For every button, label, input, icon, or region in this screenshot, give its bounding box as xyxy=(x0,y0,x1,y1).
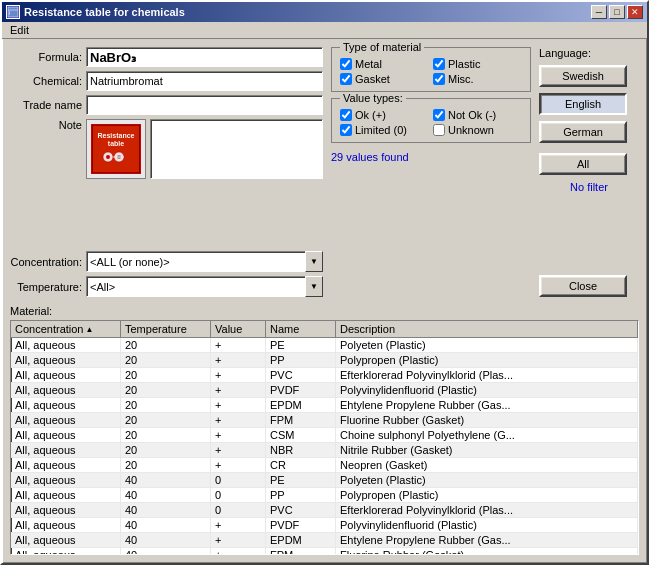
ok-checkbox-item: Ok (+) xyxy=(340,109,429,121)
table-row[interactable]: All, aqueous 40 0 PVC Efterklorerad Poly… xyxy=(11,503,638,518)
cell-value: + xyxy=(211,458,266,472)
cell-value: + xyxy=(211,338,266,352)
cell-temp: 40 xyxy=(121,548,211,554)
cell-desc: Polyeten (Plastic) xyxy=(336,473,638,487)
cell-desc: Ehtylene Propylene Rubber (Gas... xyxy=(336,533,638,547)
logo: Resistance table xyxy=(91,124,141,174)
table-row[interactable]: All, aqueous 40 0 PE Polyeten (Plastic) xyxy=(11,473,638,488)
gasket-checkbox[interactable] xyxy=(340,73,352,85)
cell-value: + xyxy=(211,428,266,442)
misc-label: Misc. xyxy=(448,73,474,85)
all-button[interactable]: All xyxy=(539,153,627,175)
cell-name: FPM xyxy=(266,413,336,427)
logo-box: Resistance table xyxy=(86,119,146,179)
col-temperature[interactable]: Temperature xyxy=(121,321,211,337)
menu-bar: Edit xyxy=(2,22,647,39)
cell-temp: 20 xyxy=(121,443,211,457)
english-button[interactable]: English xyxy=(539,93,627,115)
concentration-dropdown[interactable]: <ALL (or none)> xyxy=(86,251,323,272)
table-row[interactable]: All, aqueous 20 + NBR Nitrile Rubber (Ga… xyxy=(11,443,638,458)
no-filter-label: No filter xyxy=(539,181,639,193)
cell-temp: 40 xyxy=(121,488,211,502)
cell-desc: Efterklorerad Polyvinylklorid (Plas... xyxy=(336,368,638,382)
window-close-button[interactable]: ✕ xyxy=(627,5,643,19)
cell-conc: All, aqueous xyxy=(11,518,121,532)
cell-name: CR xyxy=(266,458,336,472)
note-textarea[interactable] xyxy=(150,119,323,179)
table-row[interactable]: All, aqueous 20 + FPM Fluorine Rubber (G… xyxy=(11,413,638,428)
concentration-row: Concentration: <ALL (or none)> ▼ xyxy=(10,251,323,272)
sort-arrow-concentration: ▲ xyxy=(86,325,94,334)
language-label: Language: xyxy=(539,47,639,59)
col-name[interactable]: Name xyxy=(266,321,336,337)
chemical-input[interactable] xyxy=(86,71,323,91)
cell-conc: All, aqueous xyxy=(11,428,121,442)
cell-value: + xyxy=(211,548,266,554)
close-button[interactable]: Close xyxy=(539,275,627,297)
cell-temp: 20 xyxy=(121,413,211,427)
cell-value: 0 xyxy=(211,488,266,502)
table-header: Concentration ▲ Temperature Value Name D… xyxy=(11,321,638,338)
table-row[interactable]: All, aqueous 40 + FPM Fluorine Rubber (G… xyxy=(11,548,638,554)
misc-checkbox-item: Misc. xyxy=(433,73,522,85)
misc-checkbox[interactable] xyxy=(433,73,445,85)
german-button[interactable]: German xyxy=(539,121,627,143)
temperature-label: Temperature: xyxy=(10,281,82,293)
cell-temp: 40 xyxy=(121,503,211,517)
table-row[interactable]: All, aqueous 40 0 PP Polypropen (Plastic… xyxy=(11,488,638,503)
cell-value: + xyxy=(211,533,266,547)
cell-desc: Polyvinylidenfluorid (Plastic) xyxy=(336,518,638,532)
cell-conc: All, aqueous xyxy=(11,548,121,554)
table-row[interactable]: All, aqueous 20 + EPDM Ehtylene Propylen… xyxy=(11,398,638,413)
table-row[interactable]: All, aqueous 20 + CR Neopren (Gasket) xyxy=(11,458,638,473)
table-row[interactable]: All, aqueous 20 + PE Polyeten (Plastic) xyxy=(11,338,638,353)
cell-name: PE xyxy=(266,338,336,352)
metal-checkbox[interactable] xyxy=(340,58,352,70)
cell-conc: All, aqueous xyxy=(11,353,121,367)
notok-checkbox[interactable] xyxy=(433,109,445,121)
unknown-checkbox-item: Unknown xyxy=(433,124,522,136)
col-concentration[interactable]: Concentration ▲ xyxy=(11,321,121,337)
menu-edit[interactable]: Edit xyxy=(6,23,33,37)
formula-input[interactable] xyxy=(86,47,323,67)
trade-name-input[interactable] xyxy=(86,95,323,115)
trade-name-row: Trade name xyxy=(10,95,323,115)
cell-conc: All, aqueous xyxy=(11,413,121,427)
cell-name: PVDF xyxy=(266,518,336,532)
type-of-material-title: Type of material xyxy=(340,41,424,53)
ok-checkbox[interactable] xyxy=(340,109,352,121)
gasket-checkbox-item: Gasket xyxy=(340,73,429,85)
cell-name: PE xyxy=(266,473,336,487)
cell-desc: Polyeten (Plastic) xyxy=(336,338,638,352)
limited-checkbox[interactable] xyxy=(340,124,352,136)
cell-conc: All, aqueous xyxy=(11,338,121,352)
window-controls: ─ □ ✕ xyxy=(591,5,643,19)
cell-name: PP xyxy=(266,353,336,367)
table-row[interactable]: All, aqueous 20 + PP Polypropen (Plastic… xyxy=(11,353,638,368)
cell-conc: All, aqueous xyxy=(11,443,121,457)
maximize-button[interactable]: □ xyxy=(609,5,625,19)
table-row[interactable]: All, aqueous 40 + PVDF Polyvinylidenfluo… xyxy=(11,518,638,533)
ok-label: Ok (+) xyxy=(355,109,386,121)
minimize-button[interactable]: ─ xyxy=(591,5,607,19)
cell-value: + xyxy=(211,353,266,367)
temperature-dropdown[interactable]: <All> xyxy=(86,276,323,297)
concentration-label: Concentration: xyxy=(10,256,82,268)
col-value[interactable]: Value xyxy=(211,321,266,337)
swedish-button[interactable]: Swedish xyxy=(539,65,627,87)
plastic-label: Plastic xyxy=(448,58,480,70)
cell-value: + xyxy=(211,518,266,532)
cell-name: CSM xyxy=(266,428,336,442)
note-label: Note xyxy=(10,119,82,131)
table-row[interactable]: All, aqueous 40 + EPDM Ehtylene Propylen… xyxy=(11,533,638,548)
unknown-checkbox[interactable] xyxy=(433,124,445,136)
material-section: Material: Concentration ▲ Temperature Va… xyxy=(2,305,647,563)
plastic-checkbox[interactable] xyxy=(433,58,445,70)
table-row[interactable]: All, aqueous 20 + CSM Choine sulphonyl P… xyxy=(11,428,638,443)
table-row[interactable]: All, aqueous 20 + PVDF Polyvinylidenfluo… xyxy=(11,383,638,398)
formula-label: Formula: xyxy=(10,51,82,63)
cell-value: 0 xyxy=(211,503,266,517)
col-description[interactable]: Description xyxy=(336,321,638,337)
cell-conc: All, aqueous xyxy=(11,503,121,517)
table-row[interactable]: All, aqueous 20 + PVC Efterklorerad Poly… xyxy=(11,368,638,383)
